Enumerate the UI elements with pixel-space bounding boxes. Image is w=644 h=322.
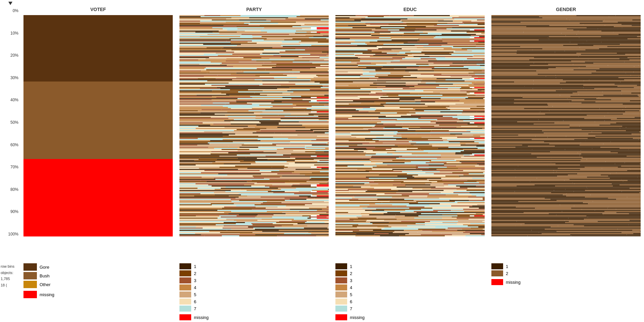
educ-column: EDUC [335, 7, 485, 262]
party-legend-item-0: 1 [179, 263, 329, 269]
gender-column: GENDER [491, 7, 641, 262]
party-legend-swatch-0 [179, 263, 191, 269]
educ-canvas [335, 15, 485, 236]
y-axis-label: 60% [0, 143, 20, 147]
y-axis-label: 10% [0, 31, 20, 36]
party-legend-missing-label: missing [194, 315, 209, 320]
party-legend-swatch-5 [179, 299, 191, 305]
main-container: 0%10%20%30%40%50%60%70%80%90%100% VOTEF … [0, 0, 644, 262]
party-legend-item-1: 2 [179, 270, 329, 276]
educ-legend-item-4: 5 [335, 291, 485, 298]
educ-legend-missing-label: missing [350, 315, 365, 320]
party-legend-item-3: 4 [179, 284, 329, 290]
party-legend-item-4: 5 [179, 291, 329, 298]
educ-legend-label-2: 3 [350, 278, 352, 283]
votef-missing-label: missing [40, 292, 54, 297]
votef-missing-swatch [23, 291, 37, 298]
party-legend-swatch-1 [179, 270, 191, 276]
educ-legend-label-4: 5 [350, 292, 352, 297]
votef-column: VOTEF [23, 7, 173, 262]
votef-legend-gore: Gore [23, 263, 173, 271]
party-legend-label-1: 2 [194, 271, 196, 276]
gender-legend-swatch-1 [491, 270, 503, 276]
educ-legend-swatch-6 [335, 306, 347, 312]
educ-legend-swatch-1 [335, 270, 347, 276]
party-legend-missing: missing [179, 314, 329, 320]
party-legend-label-3: 4 [194, 285, 196, 290]
party-column: PARTY [179, 7, 329, 262]
party-legend-item-2: 3 [179, 277, 329, 283]
party-legend-label-2: 3 [194, 278, 196, 283]
votef-bar [23, 15, 173, 236]
other-swatch [23, 281, 37, 288]
gender-legend-item-0: 1 [491, 263, 641, 269]
gender-legend-missing: missing [491, 279, 641, 285]
party-legend-swatch-4 [179, 291, 191, 298]
objects-label: objects: [1, 270, 20, 276]
votef-legend-bush: Bush [23, 272, 173, 279]
educ-legend-swatch-4 [335, 291, 347, 298]
party-legend-label-0: 1 [194, 264, 196, 269]
gore-label: Gore [40, 265, 49, 270]
y-axis-label: 0% [0, 8, 20, 13]
educ-legend-label-6: 7 [350, 306, 352, 311]
party-legend: 1234567missing [179, 263, 329, 320]
gender-legend-missing-label: missing [506, 280, 521, 285]
votef-canvas [23, 15, 173, 236]
gore-swatch [23, 263, 37, 271]
y-axis-labels: 0%10%20%30%40%50%60%70%80%90%100% [0, 8, 20, 236]
y-axis-label: 40% [0, 98, 20, 102]
y-axis-label: 100% [0, 232, 20, 236]
party-legend-missing-swatch [179, 314, 191, 320]
gender-legend-label-0: 1 [506, 264, 508, 269]
y-axis-label: 90% [0, 209, 20, 214]
educ-legend-swatch-3 [335, 284, 347, 290]
educ-legend-swatch-5 [335, 299, 347, 305]
gender-legend-swatch-0 [491, 263, 503, 269]
party-bar [179, 15, 329, 236]
educ-legend: 1234567missing [335, 263, 485, 320]
educ-legend-item-6: 7 [335, 306, 485, 312]
party-legend-swatch-2 [179, 277, 191, 283]
gender-title: GENDER [491, 7, 641, 13]
educ-legend-swatch-2 [335, 277, 347, 283]
educ-legend-item-0: 1 [335, 263, 485, 269]
party-legend-swatch-6 [179, 306, 191, 312]
y-axis-label: 80% [0, 187, 20, 192]
bush-label: Bush [40, 273, 50, 278]
missing-count: 18 ( [1, 282, 20, 288]
objects-count: 1,785 [1, 276, 20, 282]
educ-legend-label-1: 2 [350, 271, 352, 276]
row-bins-label: row bins [1, 263, 20, 270]
y-axis: 0%10%20%30%40%50%60%70%80%90%100% [0, 0, 20, 262]
party-legend-label-6: 7 [194, 306, 196, 311]
party-legend-label-5: 6 [194, 299, 196, 304]
educ-legend-missing-swatch [335, 314, 347, 320]
educ-legend-missing: missing [335, 314, 485, 320]
party-legend-item-6: 7 [179, 306, 329, 312]
other-label: Other [40, 282, 51, 287]
educ-legend-label-5: 6 [350, 299, 352, 304]
party-canvas [179, 15, 329, 236]
y-axis-label: 50% [0, 120, 20, 125]
bush-swatch [23, 272, 37, 279]
y-axis-arrow [8, 2, 12, 5]
gender-bar [491, 15, 641, 236]
charts-area: VOTEF PARTY EDUC GENDER [20, 0, 644, 262]
y-axis-label: 70% [0, 165, 20, 169]
educ-legend-item-2: 3 [335, 277, 485, 283]
educ-legend-swatch-0 [335, 263, 347, 269]
votef-legend: Gore Bush Other missing [23, 263, 173, 320]
gender-canvas [491, 15, 641, 236]
votef-legend-missing: missing [23, 291, 173, 298]
educ-legend-item-1: 2 [335, 270, 485, 276]
gender-legend: 12missing [491, 263, 641, 320]
educ-title: EDUC [335, 7, 485, 13]
party-legend-label-4: 5 [194, 292, 196, 297]
left-info: row bins objects: 1,785 18 ( [0, 263, 20, 320]
party-legend-item-5: 6 [179, 299, 329, 305]
votef-legend-other: Other [23, 281, 173, 288]
y-axis-label: 30% [0, 75, 20, 80]
educ-legend-label-3: 4 [350, 285, 352, 290]
gender-legend-label-1: 2 [506, 271, 508, 276]
